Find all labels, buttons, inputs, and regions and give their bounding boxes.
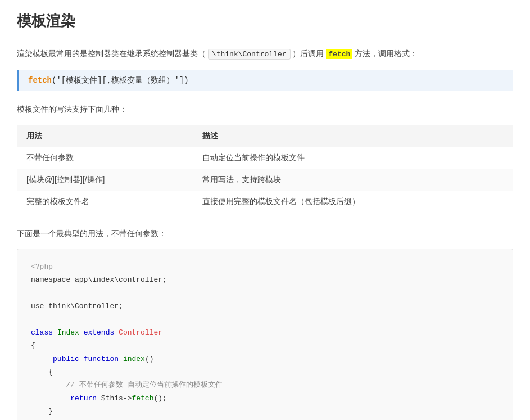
code-line-3 <box>31 287 499 300</box>
usage-table: 用法 描述 不带任何参数 自动定位当前操作的模板文件 [模块@][控制器][/操… <box>17 125 513 213</box>
table-row: 不带任何参数 自动定位当前操作的模板文件 <box>17 147 513 169</box>
table-cell-usage-2: 完整的模板文件名 <box>17 191 193 213</box>
code-kw-function: function <box>84 355 119 363</box>
section1-text: 模板文件的写法支持下面几种： <box>17 102 513 116</box>
table-cell-desc-2: 直接使用完整的模板文件名（包括模板后缀） <box>193 191 513 213</box>
table-header-row: 用法 描述 <box>17 125 513 147</box>
code-block-large: <?php namespace app\index\controller; us… <box>17 249 513 420</box>
code-kw-return: return <box>70 394 97 403</box>
syntax-params: ('[模板文件][,模板变量（数组）']) <box>52 76 189 85</box>
table-cell-desc-0: 自动定位当前操作的模板文件 <box>193 147 513 169</box>
code-comment: // 不带任何参数 自动定位当前操作的模板文件 <box>31 381 223 389</box>
code-parens: () <box>145 355 154 363</box>
intro-code1: \think\Controller <box>208 49 291 60</box>
section2-text: 下面是一个最典型的用法，不带任何参数： <box>17 227 513 241</box>
code-line-4: use think\Controller; <box>31 300 499 313</box>
table-row: [模块@][控制器][/操作] 常用写法，支持跨模块 <box>17 169 513 191</box>
code-line-12: } <box>31 405 499 418</box>
code-line-5 <box>31 313 499 326</box>
code-namespace: namespace app\index\controller; <box>31 276 167 284</box>
code-this: $this-> <box>101 394 132 403</box>
intro-text-middle: ）后调用 <box>292 49 324 58</box>
code-fn-index: index <box>123 355 145 363</box>
code-line-9: { <box>31 365 499 378</box>
code-indent1 <box>31 355 48 363</box>
code-kw-class: class <box>31 328 53 337</box>
table-header-usage: 用法 <box>17 125 193 147</box>
page-title: 模板渲染 <box>17 11 513 37</box>
code-line-10: // 不带任何参数 自动定位当前操作的模板文件 <box>31 378 499 391</box>
code-class-name: Index <box>57 328 79 337</box>
intro-paragraph: 渲染模板最常用的是控制器类在继承系统控制器基类（ \think\Controll… <box>17 47 513 61</box>
code-line-6: class Index extends Controller <box>31 326 499 339</box>
code-line-13: } <box>31 418 499 420</box>
code-indent2 <box>31 394 66 403</box>
code-line-8: public function index() <box>31 353 499 365</box>
code-line-2: namespace app\index\controller; <box>31 273 499 286</box>
intro-text-after: 方法，调用格式： <box>355 49 418 58</box>
code-kw-public: public <box>53 355 79 363</box>
code-php-tag: <?php <box>31 263 53 271</box>
code-fn-fetch: fetch <box>132 394 153 403</box>
code-parent-class: Controller <box>119 328 162 337</box>
code-line-11: return $this->fetch(); <box>31 392 499 405</box>
syntax-code-block: fetch('[模板文件][,模板变量（数组）']) <box>17 70 513 91</box>
table-cell-usage-1: [模块@][控制器][/操作] <box>17 169 193 191</box>
table-cell-usage-0: 不带任何参数 <box>17 147 193 169</box>
intro-highlight-fetch: fetch <box>326 49 352 59</box>
table-row: 完整的模板文件名 直接使用完整的模板文件名（包括模板后缀） <box>17 191 513 213</box>
syntax-fn-name: fetch <box>28 76 52 85</box>
code-call: (); <box>153 394 166 403</box>
intro-text-before: 渲染模板最常用的是控制器类在继承系统控制器基类（ <box>17 49 206 58</box>
code-line-7: { <box>31 339 499 352</box>
table-cell-desc-1: 常用写法，支持跨模块 <box>193 169 513 191</box>
code-kw-extends: extends <box>84 328 115 337</box>
table-header-description: 描述 <box>193 125 513 147</box>
code-use: use think\Controller; <box>31 302 123 310</box>
code-line-1: <?php <box>31 260 499 273</box>
